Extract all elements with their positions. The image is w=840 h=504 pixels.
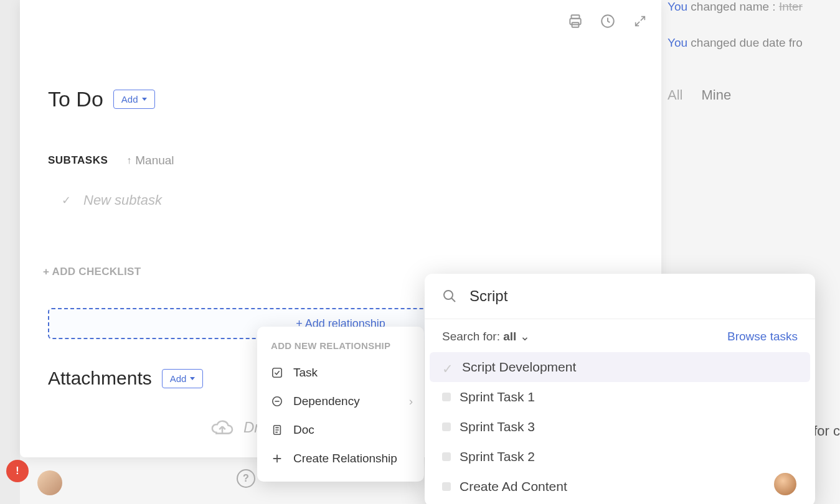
subtasks-header: SUBTASKS ↑ Manual [48, 154, 661, 167]
search-icon [442, 289, 457, 304]
doc-icon [271, 424, 283, 436]
result-item[interactable]: ✓ Script Development [430, 352, 810, 382]
browse-tasks-link[interactable]: Browse tasks [727, 330, 798, 343]
attachments-add-label: Add [170, 373, 187, 384]
search-row [425, 274, 815, 319]
chevron-down-icon: ⌄ [520, 330, 530, 343]
status-square-icon [442, 452, 451, 461]
dependency-icon [271, 395, 283, 408]
arrow-up-icon: ↑ [126, 155, 131, 166]
chevron-right-icon: › [409, 394, 413, 408]
result-label: Sprint Task 2 [460, 449, 535, 464]
for-c-text: for c [813, 423, 840, 439]
dropdown-item-create[interactable]: Create Relationship [257, 444, 424, 473]
dropdown-item-label: Task [293, 366, 318, 380]
search-input[interactable] [470, 287, 798, 305]
plus-icon [271, 452, 283, 465]
check-icon: ✓ [62, 194, 71, 207]
dropdown-item-task[interactable]: Task [257, 358, 424, 387]
result-label: Sprint Task 1 [460, 390, 535, 404]
tab-all[interactable]: All [668, 87, 682, 103]
cloud-upload-icon [210, 418, 235, 437]
status-square-icon [442, 393, 451, 401]
dropdown-item-doc[interactable]: Doc [257, 416, 424, 444]
search-for-label: Search for: [442, 330, 503, 343]
attachments-add-button[interactable]: Add [162, 369, 204, 388]
subtasks-sort[interactable]: ↑ Manual [126, 154, 174, 167]
history-icon[interactable] [599, 12, 616, 30]
activity-user: You [668, 36, 687, 49]
activity-tabs: All Mine [668, 87, 840, 103]
sort-mode-label: Manual [135, 154, 174, 167]
activity-text: changed name : [687, 0, 779, 13]
activity-panel: You changed name : Inter You changed due… [661, 0, 840, 103]
result-item[interactable]: Sprint Task 3 [430, 412, 810, 442]
search-panel: Search for: all ⌄ Browse tasks ✓ Script … [425, 274, 815, 504]
task-icon [271, 366, 283, 379]
result-label: Sprint Task 3 [460, 419, 535, 434]
search-scope-value: all [503, 330, 516, 343]
status-square-icon [442, 422, 451, 431]
activity-struck: Inter [779, 0, 803, 13]
search-subrow: Search for: all ⌄ Browse tasks [425, 319, 815, 350]
new-subtask-row[interactable]: ✓ New subtask [62, 192, 661, 208]
dropdown-header: ADD NEW RELATIONSHIP [257, 338, 424, 358]
relationship-dropdown: ADD NEW RELATIONSHIP Task Dependency › D… [257, 327, 424, 482]
result-item[interactable]: Sprint Task 2 [430, 442, 810, 472]
print-icon[interactable] [567, 12, 584, 30]
dropdown-item-label: Create Relationship [293, 452, 397, 465]
svg-rect-4 [273, 368, 281, 377]
notification-badge[interactable]: ! [6, 460, 29, 482]
task-toolbar [567, 12, 649, 30]
left-rail: ! [0, 0, 20, 504]
result-list: ✓ Script Development Sprint Task 1 Sprin… [425, 350, 815, 504]
result-item[interactable]: Sprint Task 1 [430, 382, 810, 412]
dropdown-item-label: Doc [293, 423, 314, 437]
attachments-title: Attachments [48, 368, 152, 389]
svg-point-7 [444, 291, 453, 299]
add-button[interactable]: Add [113, 90, 155, 109]
activity-text: changed due date fro [687, 36, 803, 49]
dropdown-item-label: Dependency [293, 394, 360, 408]
chevron-down-icon [190, 377, 195, 380]
search-scope[interactable]: Search for: all ⌄ [442, 329, 530, 343]
result-label: Script Development [462, 360, 576, 375]
task-title: To Do [48, 87, 103, 111]
tab-mine[interactable]: Mine [701, 87, 731, 103]
result-item[interactable]: Create Ad Content [430, 472, 810, 502]
dropdown-item-dependency[interactable]: Dependency › [257, 387, 424, 416]
avatar[interactable] [774, 473, 796, 495]
activity-user: You [668, 0, 687, 13]
subtasks-label: SUBTASKS [48, 154, 108, 167]
new-subtask-placeholder: New subtask [83, 192, 162, 208]
avatar[interactable] [37, 470, 62, 495]
chevron-down-icon [142, 98, 147, 101]
check-icon: ✓ [442, 362, 453, 373]
activity-entry: You changed name : Inter [668, 0, 840, 14]
status-square-icon [442, 482, 451, 491]
title-row: To Do Add [48, 87, 661, 111]
result-label: Create Ad Content [460, 479, 567, 494]
help-icon[interactable]: ? [237, 469, 255, 488]
activity-entry: You changed due date fro [668, 36, 840, 50]
expand-icon[interactable] [631, 12, 649, 30]
add-button-label: Add [121, 94, 138, 105]
